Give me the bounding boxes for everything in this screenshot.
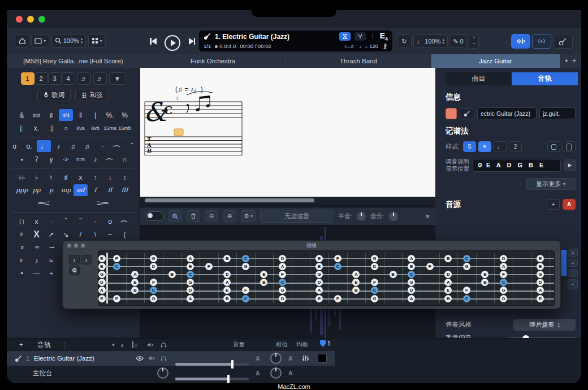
palette-cell[interactable]: ≈ [44,254,58,266]
fret-note[interactable]: B [260,279,267,286]
pan-automation-label[interactable]: A [288,351,293,366]
fret-note[interactable]: B [481,279,488,286]
list-icon[interactable]: ≡ [132,341,138,348]
palette-cell[interactable]: :| [44,122,58,134]
fret-note[interactable]: G [371,255,378,262]
score-tab[interactable]: Funk Orchestra [140,54,286,68]
fret-note[interactable]: E [98,255,106,262]
mixer-track-row[interactable]: 1. Electric Guitar (Jazz) A A [7,351,335,366]
voice-swap-button[interactable]: ♬ [93,72,107,85]
fret-note[interactable]: B [537,263,544,270]
fret-note[interactable]: E [408,263,415,270]
fret-note[interactable]: C [242,255,249,262]
palette-cell[interactable]: ( [111,139,123,153]
fret-note[interactable]: F [113,295,120,302]
tempo-readout[interactable]: ♩= 120 [359,43,378,49]
palette-cell[interactable]: & [15,109,29,121]
fret-note[interactable]: D [150,263,157,270]
fret-note[interactable]: F [279,271,286,278]
solo-all-icon[interactable] [161,339,167,351]
master-volume-automation[interactable]: A [256,366,260,380]
palette-cell[interactable]: · [44,215,58,227]
fret-note[interactable]: A [315,287,323,294]
palette-cell[interactable]: 4/4 [59,109,73,121]
fret-note[interactable]: E [187,263,194,270]
palette-cell[interactable]: o. [22,140,36,152]
fret-note[interactable]: F [371,279,378,286]
score-canvas[interactable]: (♫ = ♪♩) 1 & C [140,68,435,197]
fret-note[interactable]: B [444,255,452,262]
fret-note[interactable]: E [481,271,488,278]
palette-cell[interactable]: mp [59,184,73,196]
mute-icon[interactable] [148,351,155,366]
track-icon-chip[interactable] [460,108,474,119]
view-mode-button[interactable]: ▾ [31,34,49,47]
fret-note[interactable]: D [279,255,286,262]
track-name-input[interactable]: ectric Guitar (Jazz) [477,107,537,119]
score-tab[interactable]: Thrash Band [286,54,431,68]
tracks-menu-icon[interactable]: ⋮ [61,339,67,351]
fret-note[interactable]: B [352,287,360,294]
voice-button[interactable]: 1 [21,72,34,85]
palette-cell[interactable]: pp [29,184,44,196]
palette-cell[interactable]: ↘ [59,228,73,240]
notation-stems-button[interactable]: 2 [509,141,522,152]
fret-note[interactable]: D [500,255,507,262]
speed-plus-minus[interactable]: +− [469,34,479,49]
solo-headphones-icon[interactable] [161,351,167,366]
speaker-icon[interactable] [568,279,578,289]
fret-note[interactable]: A [408,255,415,262]
fret-note[interactable]: G [371,295,378,302]
palette-cell[interactable]: ♪ [29,254,44,266]
palette-cell[interactable]: p [44,184,58,196]
palette-cell[interactable]: ppp [15,184,29,196]
palette-cell[interactable]: x [74,171,88,183]
fret-note[interactable]: B [315,263,323,270]
sound-sliders-icon[interactable]: ≡ [568,259,578,267]
fret-note[interactable]: A [131,271,139,278]
palette-cell[interactable]: ∩ [118,153,132,165]
palette-cell[interactable]: ♯ [59,171,73,183]
fret-note[interactable]: B [168,271,176,278]
semitone-knob[interactable] [357,212,366,221]
master-pan-automation[interactable]: A [288,366,293,380]
zoom-in-button[interactable]: ⊕ [223,210,236,222]
palette-cell[interactable]: ( [104,152,116,166]
show-more-button[interactable]: 显示更多▾ [526,178,576,190]
scrollbar-thumb[interactable] [145,198,314,202]
palette-cell[interactable]: ‖ [74,109,88,121]
visibility-eye-icon[interactable] [136,351,144,366]
fret-note[interactable]: D [223,271,231,278]
palette-cell[interactable]: ○ [59,122,73,134]
palette-cell[interactable]: 8vb [88,122,102,134]
metronome-icon[interactable] [382,43,388,49]
fret-note[interactable]: F [463,287,470,294]
count-in-button[interactable] [339,32,351,41]
notation-standard-button[interactable]: 5 [463,141,476,152]
palette-cell[interactable]: ♯ [44,109,58,121]
add-track-button[interactable]: + [19,339,23,351]
master-volume-slider[interactable] [175,371,249,383]
palette-cell[interactable]: ˘ [125,140,139,152]
palette-cell[interactable]: ( ) [15,215,29,227]
close-window-button[interactable] [16,16,23,23]
pan-knob[interactable] [270,351,282,366]
zoom-select-button[interactable] [168,210,182,222]
palette-cell[interactable]: → [44,241,58,253]
zoom-icon[interactable] [81,244,85,248]
fretboard-settings-button[interactable]: ⚙ [69,266,80,275]
fret-note[interactable]: B [444,295,452,302]
sound-sliders-icon[interactable]: ≡ [568,249,578,257]
fret-note[interactable]: E [315,295,323,302]
fret-note[interactable]: D [371,263,378,270]
fret-note[interactable]: C [408,271,415,278]
fret-note[interactable]: F [426,263,434,270]
palette-cell[interactable]: ♩ [37,140,51,152]
fret-note[interactable]: C [500,279,507,286]
palette-cell[interactable]: %. [103,109,117,121]
palette-cell[interactable]: x. [29,122,44,134]
palette-cell[interactable]: ♭ [29,171,44,183]
tab-track[interactable]: 音轨 [512,72,578,85]
play-style-select[interactable]: 弹片拨奏 ▴▾ [513,319,576,331]
home-button[interactable] [15,34,29,47]
